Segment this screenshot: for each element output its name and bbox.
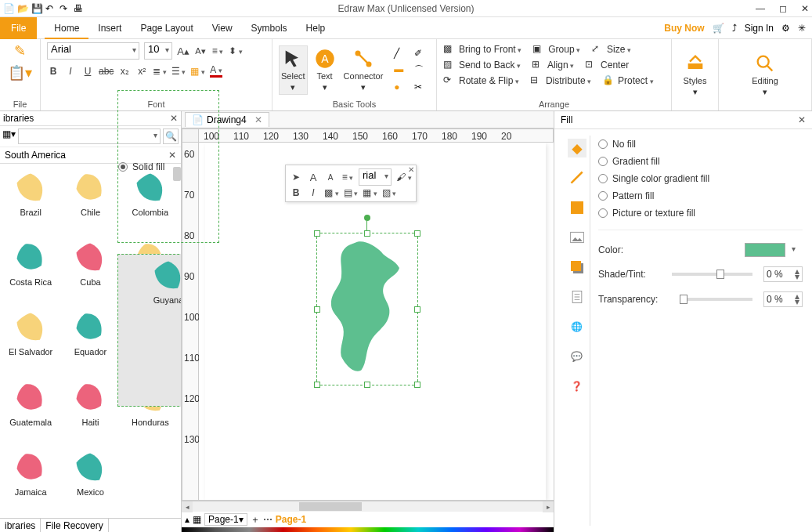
- mini-dec-font-icon[interactable]: A: [324, 173, 337, 182]
- brush-icon[interactable]: ✎: [14, 42, 26, 60]
- qat-print-icon[interactable]: 🖶: [74, 3, 85, 14]
- group-button[interactable]: Group: [548, 44, 580, 55]
- lib-dropdown-icon[interactable]: ▦▾: [2, 128, 16, 144]
- qat-redo-icon[interactable]: ↷: [60, 3, 70, 14]
- resize-handle-se[interactable]: [414, 382, 420, 388]
- add-page-icon[interactable]: ＋: [251, 513, 260, 527]
- italic-button[interactable]: I: [64, 66, 77, 77]
- text-tool[interactable]: A Text▾: [312, 46, 337, 94]
- increase-font-icon[interactable]: A▴: [177, 45, 189, 57]
- comment-icon[interactable]: 💬: [568, 347, 586, 366]
- send-back-icon[interactable]: ▨: [443, 59, 456, 71]
- editing-button[interactable]: Editing▾: [750, 51, 780, 99]
- horizontal-scrollbar[interactable]: ◂ ▸: [182, 501, 554, 512]
- tab-home[interactable]: Home: [45, 17, 88, 39]
- mini-inc-font-icon[interactable]: A: [307, 172, 319, 183]
- bring-front-icon[interactable]: ▩: [443, 43, 456, 56]
- line-shape-icon[interactable]: ╱: [394, 48, 410, 59]
- mini-fill-icon[interactable]: ▩: [324, 187, 339, 198]
- decrease-font-icon[interactable]: A▾: [194, 46, 207, 56]
- superscript-button[interactable]: x²: [135, 66, 148, 77]
- library-item-elsalvador[interactable]: El Salvador: [2, 306, 60, 375]
- align-text-icon[interactable]: ≡: [211, 45, 224, 56]
- radio-solid-fill[interactable]: Solid fill: [117, 90, 219, 243]
- tab-help[interactable]: Help: [297, 17, 335, 39]
- protect-button[interactable]: Protect: [618, 75, 654, 86]
- rotate-handle[interactable]: [364, 215, 370, 221]
- list-icon[interactable]: ☰: [171, 66, 186, 77]
- rotate-icon[interactable]: ⟳: [443, 74, 456, 87]
- doc-tab-close-icon[interactable]: ✕: [254, 114, 262, 125]
- radio-pattern-fill[interactable]: Pattern fill: [598, 187, 803, 204]
- shade-value[interactable]: 0 %▴▾: [763, 266, 803, 282]
- bullets-icon[interactable]: ≣: [153, 66, 167, 77]
- select-tool[interactable]: Select▾: [279, 45, 308, 95]
- strike-button[interactable]: abc: [99, 66, 114, 77]
- resize-handle-nw[interactable]: [314, 230, 320, 237]
- pages-collapse-icon[interactable]: ▴: [185, 514, 189, 525]
- library-item-chile[interactable]: Chile: [61, 167, 119, 235]
- fill-bucket-icon[interactable]: [568, 139, 586, 157]
- library-item-brazil[interactable]: Brazil: [2, 167, 60, 235]
- library-item-guyana[interactable]: Guyana: [117, 254, 181, 407]
- arc-shape-icon[interactable]: ⌒: [414, 63, 430, 77]
- mini-pointer-icon[interactable]: ➤: [290, 172, 302, 183]
- radio-gradient-fill[interactable]: Gradient fill: [598, 153, 803, 170]
- library-item-equador[interactable]: Equador: [61, 306, 119, 375]
- buy-now-link[interactable]: Buy Now: [664, 23, 704, 34]
- resize-handle-sw[interactable]: [314, 382, 320, 388]
- selection-box[interactable]: [316, 233, 418, 385]
- minimize-icon[interactable]: —: [756, 3, 765, 14]
- page-dropdown[interactable]: Page-1 ▾: [204, 513, 247, 526]
- qat-new-icon[interactable]: 📄: [3, 3, 14, 14]
- library-item-jamaica[interactable]: Jamaica: [2, 447, 60, 515]
- radio-picture-fill[interactable]: Picture or texture fill: [598, 204, 803, 222]
- hscroll-left-icon[interactable]: ◂: [182, 501, 193, 512]
- shadow-icon[interactable]: [568, 258, 586, 277]
- library-item-cuba[interactable]: Cuba: [61, 237, 119, 305]
- radio-no-fill[interactable]: No fill: [598, 136, 803, 153]
- circle-shape-icon[interactable]: ●: [394, 81, 410, 92]
- qat-save-icon[interactable]: 💾: [31, 3, 42, 14]
- center-button[interactable]: Center: [601, 60, 629, 71]
- page-icon[interactable]: [568, 288, 586, 306]
- resize-handle-s[interactable]: [364, 382, 370, 388]
- shape-fill-icon[interactable]: [568, 198, 586, 217]
- color-swatch[interactable]: [745, 243, 785, 257]
- library-item-costarica[interactable]: Costa Rica: [2, 237, 60, 305]
- tab-view[interactable]: View: [203, 17, 242, 39]
- page-nav-icon[interactable]: ⋯: [263, 514, 272, 525]
- fill-panel-close-icon[interactable]: ✕: [798, 114, 806, 125]
- library-item-haiti[interactable]: Haiti: [61, 377, 119, 445]
- highlight-icon[interactable]: ▦: [190, 66, 205, 77]
- size-button[interactable]: Size: [607, 44, 631, 55]
- mini-italic-button[interactable]: I: [307, 187, 319, 198]
- radio-single-gradient[interactable]: Single color gradient fill: [598, 170, 803, 187]
- file-menu[interactable]: File: [0, 17, 37, 39]
- image-icon[interactable]: [568, 228, 586, 247]
- sign-in-link[interactable]: Sign In: [745, 23, 774, 34]
- help-icon[interactable]: ❓: [568, 377, 586, 396]
- connector-tool[interactable]: Connector▾: [342, 46, 385, 94]
- library-item-mexico[interactable]: Mexico: [61, 447, 119, 515]
- underline-button[interactable]: U: [81, 66, 94, 77]
- tab-insert[interactable]: Insert: [88, 17, 131, 39]
- shade-slider[interactable]: [672, 273, 752, 276]
- close-icon[interactable]: ✕: [801, 3, 809, 14]
- eyedropper-icon[interactable]: ✐: [414, 48, 430, 59]
- distribute-button[interactable]: Distribute: [546, 75, 591, 86]
- qat-open-icon[interactable]: 📂: [17, 3, 28, 14]
- mini-align-icon[interactable]: ≡: [341, 172, 354, 183]
- crop-icon[interactable]: ✂: [414, 81, 430, 92]
- canvas[interactable]: ✕ ➤ A A ≡ rial 🖌 B I ▩ ▤ ▦: [199, 143, 554, 501]
- resize-handle-e[interactable]: [414, 306, 420, 313]
- align-icon[interactable]: ⊞: [532, 59, 544, 71]
- mini-line-icon[interactable]: ▤: [344, 187, 359, 198]
- font-color-icon[interactable]: A: [210, 64, 222, 78]
- color-palette-bar[interactable]: [182, 527, 554, 532]
- rect-shape-icon[interactable]: ▬: [394, 63, 410, 77]
- resize-handle-w[interactable]: [314, 306, 320, 313]
- center-icon[interactable]: ⊡: [585, 59, 597, 71]
- font-size-select[interactable]: 10: [144, 42, 172, 60]
- library-category[interactable]: South America: [5, 150, 66, 161]
